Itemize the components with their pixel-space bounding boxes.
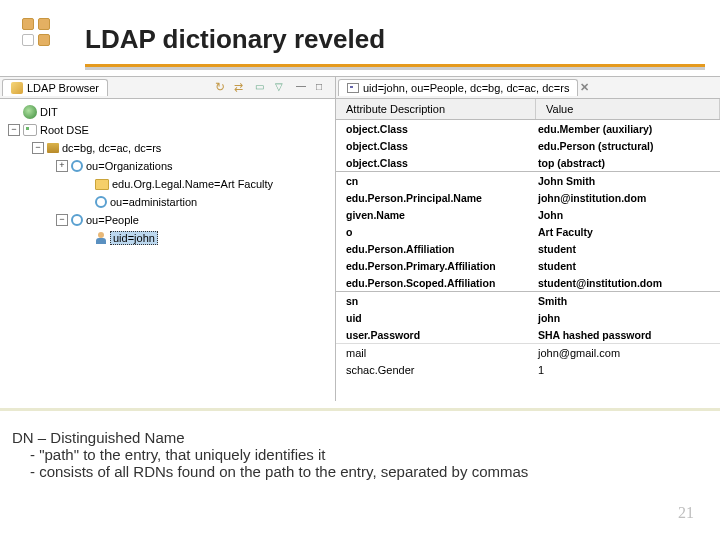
footer-line-2: - "path" to the entry, that uniquely ide… [12, 446, 708, 463]
attr-name: edu.Person.Scoped.Affiliation [336, 277, 536, 289]
expander-icon[interactable]: − [8, 124, 20, 136]
tree-node-ou-people[interactable]: − ou=People [2, 211, 333, 229]
close-tab-icon[interactable]: ✕ [578, 81, 591, 94]
attribute-row[interactable]: object.Classtop (abstract) [336, 154, 720, 171]
expander-placeholder [8, 106, 20, 118]
attribute-row[interactable]: snSmith [336, 292, 720, 309]
left-toolbar [213, 80, 335, 96]
attribute-row[interactable]: cnJohn Smith [336, 172, 720, 189]
attr-name: object.Class [336, 123, 536, 135]
ou-icon [71, 214, 83, 226]
globe-icon [23, 105, 37, 119]
attr-name: schac.Gender [336, 364, 536, 376]
tree-node-root-dse[interactable]: − Root DSE [2, 121, 333, 139]
slide-title: LDAP dictionary reveled [85, 24, 385, 55]
ldap-browser-icon [11, 82, 23, 94]
attr-value: edu.Member (auxiliary) [536, 123, 720, 135]
attribute-row[interactable]: edu.Person.Primary.Affiliationstudent [336, 257, 720, 274]
attribute-grid-body[interactable]: object.Classedu.Member (auxiliary)object… [336, 120, 720, 401]
root-dse-icon [23, 124, 37, 136]
page-number: 21 [678, 504, 694, 522]
attribute-row[interactable]: edu.Person.Affiliationstudent [336, 240, 720, 257]
expander-placeholder [80, 196, 92, 208]
tree-label: edu.Org.Legal.Name=Art Faculty [112, 178, 273, 190]
ldap-browser-app: LDAP Browser DIT − Root DSE [0, 76, 720, 401]
slide-logo [22, 18, 54, 50]
attr-value: john@institution.dom [536, 192, 720, 204]
tree-node-dit[interactable]: DIT [2, 103, 333, 121]
attr-name: mail [336, 347, 536, 359]
attr-value: john [536, 312, 720, 324]
attribute-grid-header: Attribute Description Value [336, 99, 720, 120]
attribute-row[interactable]: edu.Person.Scoped.Affiliationstudent@ins… [336, 274, 720, 291]
slide-footer: DN – Distinguished Name - "path" to the … [0, 408, 720, 480]
tab-entry-editor[interactable]: uid=john, ou=People, dc=bg, dc=ac, dc=rs [338, 79, 578, 96]
right-tabbar: uid=john, ou=People, dc=bg, dc=ac, dc=rs… [336, 77, 720, 99]
attribute-row[interactable]: mailjohn@gmail.com [336, 344, 720, 361]
attribute-row[interactable]: object.Classedu.Member (auxiliary) [336, 120, 720, 137]
attr-value: 1 [536, 364, 720, 376]
attr-name: object.Class [336, 157, 536, 169]
tree-node-dc[interactable]: − dc=bg, dc=ac, dc=rs [2, 139, 333, 157]
attr-name: object.Class [336, 140, 536, 152]
title-underline [85, 64, 705, 70]
tree-label: dc=bg, dc=ac, dc=rs [62, 142, 161, 154]
attr-value: SHA hashed password [536, 329, 720, 341]
attribute-row[interactable]: schac.Gender1 [336, 361, 720, 378]
maximize-icon[interactable] [313, 80, 329, 96]
dc-icon [47, 143, 59, 153]
footer-line-1: DN – Distinguished Name [12, 429, 708, 446]
attr-value: student@institution.dom [536, 277, 720, 289]
attr-value: John [536, 209, 720, 221]
folder-icon [95, 179, 109, 190]
attribute-row[interactable]: oArt Faculty [336, 223, 720, 240]
user-icon [95, 232, 107, 244]
attribute-row[interactable]: uidjohn [336, 309, 720, 326]
attr-name: given.Name [336, 209, 536, 221]
tab-ldap-browser[interactable]: LDAP Browser [2, 79, 108, 96]
attr-value: Smith [536, 295, 720, 307]
tree-node-ou-organizations[interactable]: + ou=Organizations [2, 157, 333, 175]
expander-icon[interactable]: − [32, 142, 44, 154]
tree-node-uid-john[interactable]: uid=john [2, 229, 333, 247]
entry-editor-icon [347, 83, 359, 93]
expander-icon[interactable]: − [56, 214, 68, 226]
attribute-row[interactable]: edu.Person.Principal.Namejohn@institutio… [336, 189, 720, 206]
header-value[interactable]: Value [536, 99, 720, 119]
minimize-icon[interactable] [293, 80, 309, 96]
ou-icon [71, 160, 83, 172]
attr-value: john@gmail.com [536, 347, 720, 359]
attr-value: student [536, 260, 720, 272]
attr-name: edu.Person.Principal.Name [336, 192, 536, 204]
attr-value: top (abstract) [536, 157, 720, 169]
attr-value: Art Faculty [536, 226, 720, 238]
tree-label: ou=administartion [110, 196, 197, 208]
tree-node-art-faculty[interactable]: edu.Org.Legal.Name=Art Faculty [2, 175, 333, 193]
attribute-row[interactable]: user.PasswordSHA hashed password [336, 326, 720, 343]
tab-ldap-browser-label: LDAP Browser [27, 82, 99, 94]
attribute-row[interactable]: given.NameJohn [336, 206, 720, 223]
right-panel: uid=john, ou=People, dc=bg, dc=ac, dc=rs… [336, 77, 720, 401]
attribute-row[interactable]: object.Classedu.Person (structural) [336, 137, 720, 154]
tree-label-selected: uid=john [110, 231, 158, 245]
attr-name: sn [336, 295, 536, 307]
attr-value: student [536, 243, 720, 255]
left-panel: LDAP Browser DIT − Root DSE [0, 77, 336, 401]
refresh-icon[interactable] [213, 80, 229, 96]
tree-label: DIT [40, 106, 58, 118]
attr-value: edu.Person (structural) [536, 140, 720, 152]
attr-name: user.Password [336, 329, 536, 341]
expander-icon[interactable]: + [56, 160, 68, 172]
link-icon[interactable] [233, 80, 249, 96]
expander-placeholder [80, 178, 92, 190]
header-attribute[interactable]: Attribute Description [336, 99, 536, 119]
attr-name: edu.Person.Primary.Affiliation [336, 260, 536, 272]
attr-name: edu.Person.Affiliation [336, 243, 536, 255]
ldap-tree[interactable]: DIT − Root DSE − dc=bg, dc=ac, dc=rs + o… [0, 99, 335, 401]
filter-icon[interactable] [273, 80, 289, 96]
collapse-icon[interactable] [253, 80, 269, 96]
tree-node-administration[interactable]: ou=administartion [2, 193, 333, 211]
left-tabbar: LDAP Browser [0, 77, 335, 99]
attr-name: uid [336, 312, 536, 324]
tree-label: ou=Organizations [86, 160, 173, 172]
